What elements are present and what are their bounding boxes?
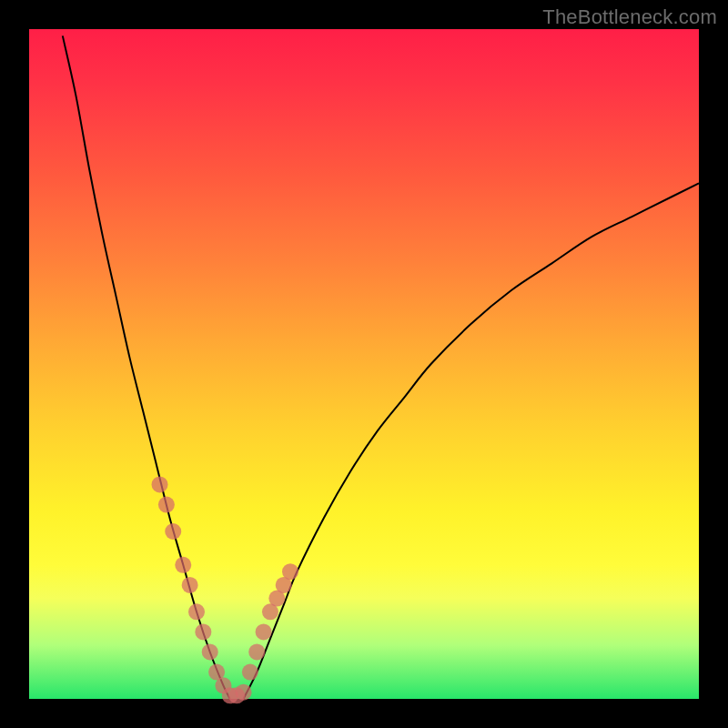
curve-layer — [29, 29, 699, 699]
curve-right — [244, 183, 699, 699]
marker-dot — [175, 557, 191, 573]
chart-frame: TheBottleneck.com — [0, 0, 728, 728]
marker-dot — [188, 603, 205, 620]
marker-dot — [236, 684, 252, 701]
marker-dot — [195, 623, 211, 640]
marker-dot — [256, 623, 272, 640]
marker-dot — [152, 476, 168, 492]
curve-left — [63, 35, 230, 699]
marker-dot — [202, 643, 218, 660]
plot-area — [29, 29, 699, 699]
watermark-text: TheBottleneck.com — [542, 5, 717, 29]
marker-dot — [248, 643, 265, 660]
marker-dot — [182, 577, 198, 593]
marker-dot — [282, 563, 298, 580]
marker-dot — [158, 497, 175, 513]
marker-dot — [165, 523, 181, 540]
marker-group — [152, 476, 299, 703]
marker-dot — [242, 664, 258, 681]
